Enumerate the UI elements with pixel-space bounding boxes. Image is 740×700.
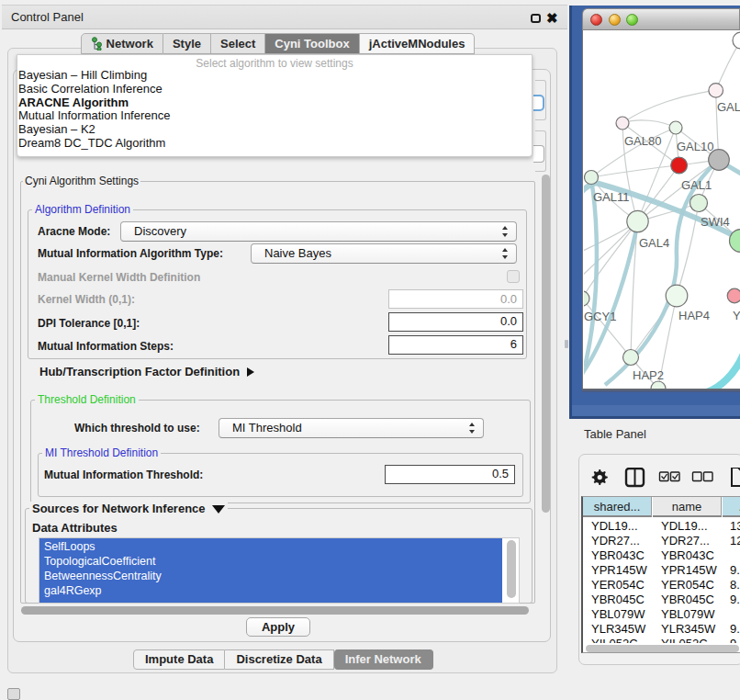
svg-text:HAP2: HAP2 xyxy=(633,368,664,382)
svg-text:GAL1: GAL1 xyxy=(681,178,712,192)
svg-text:GAL80: GAL80 xyxy=(624,134,661,148)
svg-text:Y: Y xyxy=(733,309,740,322)
svg-text:GAL10: GAL10 xyxy=(677,140,713,153)
svg-text:SWI4: SWI4 xyxy=(701,215,730,229)
svg-text:GCY1: GCY1 xyxy=(584,310,616,323)
svg-text:GAL4: GAL4 xyxy=(639,236,669,250)
svg-text:GAL11: GAL11 xyxy=(593,190,630,204)
svg-text:HAP4: HAP4 xyxy=(678,309,710,322)
svg-text:GAL: GAL xyxy=(717,100,740,114)
